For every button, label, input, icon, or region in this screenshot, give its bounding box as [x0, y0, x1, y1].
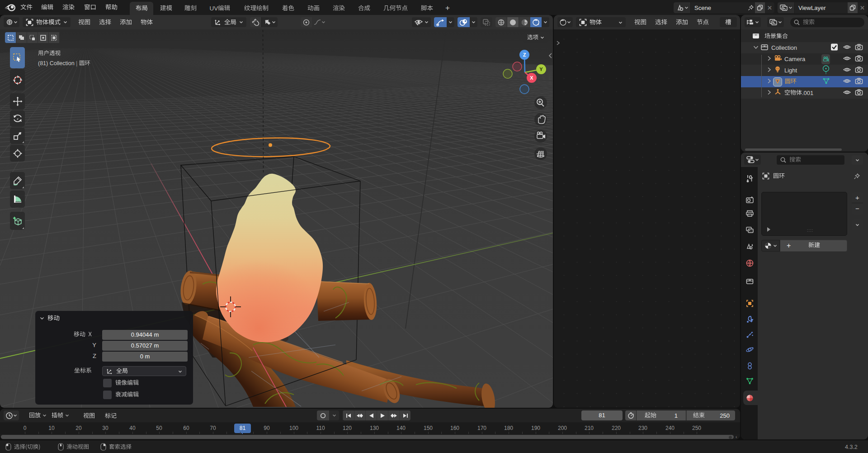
svg-text:Z: Z: [523, 52, 526, 57]
svg-text:Y: Y: [539, 67, 543, 72]
svg-text:X: X: [530, 75, 533, 81]
